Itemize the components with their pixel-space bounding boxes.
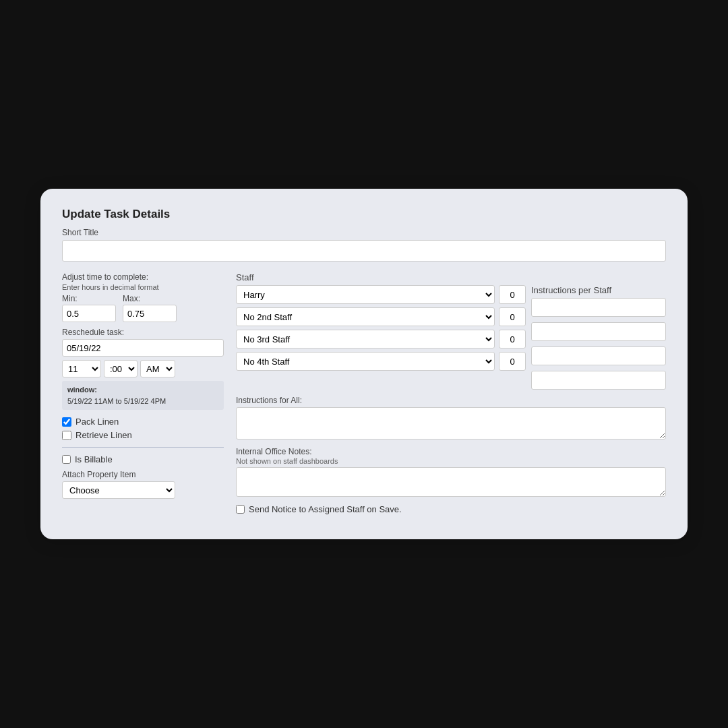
instr-per-staff-input-2[interactable] bbox=[531, 322, 666, 341]
instructions-all-label: Instructions for All: bbox=[236, 396, 666, 405]
minute-select[interactable]: :00:15:30:45 bbox=[104, 360, 138, 377]
retrieve-linen-label: Retrieve Linen bbox=[75, 430, 132, 440]
window-value: 5/19/22 11AM to 5/19/22 4PM bbox=[67, 397, 166, 405]
window-label: window: bbox=[67, 386, 97, 394]
retrieve-linen-row: Retrieve Linen bbox=[62, 430, 224, 440]
staff-select-2[interactable]: No 2nd Staff bbox=[236, 307, 495, 326]
instr-per-staff-input-3[interactable] bbox=[531, 346, 666, 365]
instr-per-staff-input-1[interactable] bbox=[531, 298, 666, 317]
pack-linen-checkbox[interactable] bbox=[62, 417, 71, 427]
attach-property-select[interactable]: Choose bbox=[62, 481, 175, 499]
billable-row: Is Billable bbox=[62, 454, 224, 464]
divider bbox=[62, 447, 224, 448]
staff-select-4[interactable]: No 4th Staff bbox=[236, 352, 495, 371]
staff-select-3[interactable]: No 3rd Staff bbox=[236, 330, 495, 348]
ampm-select[interactable]: AMPM bbox=[140, 360, 175, 377]
window-box: window: 5/19/22 11AM to 5/19/22 4PM bbox=[62, 381, 224, 410]
internal-notes-hint: Not shown on staff dashboards bbox=[236, 457, 666, 465]
internal-notes-textarea[interactable] bbox=[236, 467, 666, 497]
is-billable-checkbox[interactable] bbox=[62, 455, 71, 464]
page-title: Update Task Details bbox=[62, 208, 666, 221]
retrieve-linen-checkbox[interactable] bbox=[62, 431, 71, 440]
adjust-time-hint: Enter hours in decimal format bbox=[62, 283, 224, 291]
hour-select[interactable]: 1234 5678 9101112 bbox=[62, 360, 101, 377]
instructions-all-textarea[interactable] bbox=[236, 407, 666, 439]
piece-pay-input-2[interactable] bbox=[499, 307, 526, 326]
send-notice-row: Send Notice to Assigned Staff on Save. bbox=[236, 504, 666, 514]
adjust-time-label: Adjust time to complete: bbox=[62, 272, 224, 282]
left-column: Adjust time to complete: Enter hours in … bbox=[62, 272, 224, 499]
staff-select-1[interactable]: Harry bbox=[236, 285, 495, 304]
instr-per-staff-label: Instructions per Staff bbox=[531, 285, 666, 295]
short-title-input[interactable] bbox=[62, 240, 666, 262]
reschedule-label: Reschedule task: bbox=[62, 328, 224, 337]
internal-notes-label: Internal Office Notes: bbox=[236, 447, 666, 456]
min-input[interactable] bbox=[62, 305, 116, 322]
short-title-label: Short Title bbox=[62, 228, 666, 237]
piece-pay-input-1[interactable] bbox=[499, 285, 526, 304]
pack-linen-row: Pack Linen bbox=[62, 417, 224, 427]
instr-per-staff-input-4[interactable] bbox=[531, 371, 666, 390]
send-notice-label: Send Notice to Assigned Staff on Save. bbox=[249, 504, 402, 514]
send-notice-checkbox[interactable] bbox=[236, 505, 245, 514]
is-billable-label: Is Billable bbox=[75, 454, 113, 464]
max-label: Max: bbox=[123, 294, 177, 303]
staff-label: Staff bbox=[236, 272, 666, 282]
piece-pay-input-3[interactable] bbox=[499, 330, 526, 348]
attach-property-label: Attach Property Item bbox=[62, 470, 224, 479]
middle-column: Staff Harry No 2nd Staff bbox=[236, 272, 666, 514]
pack-linen-label: Pack Linen bbox=[75, 417, 119, 427]
piece-pay-input-4[interactable] bbox=[499, 352, 526, 371]
max-input[interactable] bbox=[123, 305, 177, 322]
update-task-details-card: Update Task Details Short Title Adjust t… bbox=[40, 189, 688, 539]
reschedule-date-input[interactable] bbox=[62, 339, 224, 357]
min-label: Min: bbox=[62, 294, 116, 303]
